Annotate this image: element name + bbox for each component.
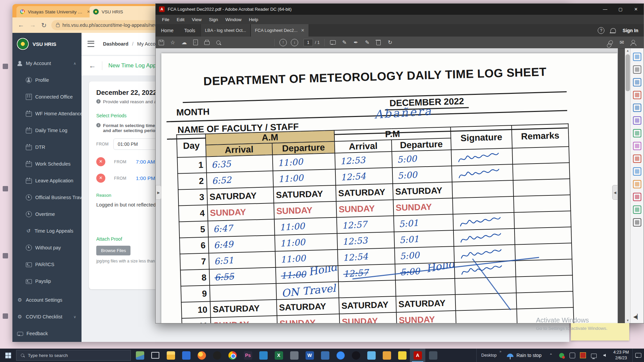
maximize-button[interactable]: ▢: [613, 4, 628, 15]
ime-tray-icon[interactable]: [569, 352, 575, 358]
taskbar-clock[interactable]: 4:23 PM 2/6/23: [610, 350, 632, 361]
period-time-value[interactable]: 1:00 PM: [136, 175, 155, 181]
scrollbar-thumb[interactable]: [626, 54, 630, 91]
hamburger-menu-icon[interactable]: [88, 41, 94, 47]
document-scrollbar[interactable]: ▲ ▼: [625, 48, 631, 323]
taskbar-app-notes-gray-icon[interactable]: [286, 349, 302, 362]
refresh-icon[interactable]: ↻: [384, 38, 396, 47]
star-icon[interactable]: ☆: [167, 38, 178, 47]
show-left-panel-handle[interactable]: ▶: [156, 185, 161, 200]
volume-tray-icon[interactable]: [601, 352, 607, 358]
taskbar-app-photos-app-icon[interactable]: [364, 349, 379, 362]
sign-in-button[interactable]: Sign In: [623, 28, 638, 33]
taskbar-app-snipping-icon[interactable]: [425, 349, 441, 362]
toolbar-expand-icon[interactable]: »: [499, 350, 501, 353]
back-arrow-icon[interactable]: ←: [89, 62, 96, 70]
document-tab[interactable]: FCA Logsheet Dec2...✕: [251, 24, 309, 37]
sidebar-item-connected-office[interactable]: Connected Office: [12, 88, 82, 105]
profile-icon[interactable]: [628, 38, 639, 47]
menu-sign[interactable]: Sign: [205, 17, 222, 22]
sidebar-item-my-account[interactable]: My Account∧: [12, 55, 82, 72]
url-bar[interactable]: hris.vsu.edu.ph/account/time-log-appeals…: [51, 20, 170, 30]
save-icon[interactable]: [156, 38, 167, 47]
link-icon[interactable]: [605, 38, 616, 47]
sidebar-item-covid-checklist[interactable]: ⚙COVID Checklist∨: [12, 308, 82, 325]
taskbar-app-chrome-icon[interactable]: [225, 349, 240, 362]
page-display-icon[interactable]: [633, 65, 641, 74]
period-time-value[interactable]: 7:00 AM: [136, 159, 155, 165]
desktop-icon-fragment[interactable]: [3, 186, 8, 191]
comment-icon[interactable]: [633, 104, 641, 112]
antivirus-tray-icon[interactable]: [558, 352, 565, 358]
menu-edit[interactable]: Edit: [173, 17, 188, 22]
browser-tab-vsu-hris[interactable]: VSU HRIS: [90, 6, 160, 17]
browser-tab-mail[interactable]: M Visayas State University Mail ✕: [16, 6, 94, 17]
taskbar-app-camera-app-icon[interactable]: [256, 349, 271, 362]
sidebar-item-without-pay[interactable]: Without pay: [12, 239, 82, 256]
taskbar-app-settings-app-icon[interactable]: [317, 349, 333, 362]
expand-tools-pane-icon[interactable]: ◀▏: [633, 314, 641, 320]
tab-close-icon[interactable]: ✕: [301, 28, 305, 33]
share-icon[interactable]: [633, 116, 641, 125]
copy-icon[interactable]: [633, 205, 641, 214]
sidebar-item-work-schedules[interactable]: Work Schedules: [12, 156, 82, 172]
desktop-icon-fragment[interactable]: [3, 64, 8, 69]
request-sign-icon[interactable]: [633, 193, 641, 201]
show-right-panel-handle[interactable]: ◀: [612, 185, 618, 200]
tray-chevron-up-icon[interactable]: ⌃: [548, 352, 554, 358]
taskbar-app-firefox-icon[interactable]: [194, 349, 209, 362]
from-time-input[interactable]: 01:00 PM: [113, 138, 158, 150]
trash-icon[interactable]: [373, 38, 384, 47]
document-tab[interactable]: LBA - log sheet Oct...: [201, 24, 251, 37]
sidebar-item-time-log-appeals[interactable]: ↺Time Log Appeals: [12, 223, 82, 239]
taskbar-app-excel-icon[interactable]: X: [271, 349, 286, 362]
taskbar-search-input[interactable]: Type here to search: [16, 350, 131, 361]
taskbar-desktop-toolbar[interactable]: Desktop »: [476, 349, 503, 362]
taskbar-app-task-view-icon[interactable]: [148, 349, 163, 362]
scroll-up-icon[interactable]: ▲: [625, 48, 631, 53]
sidebar-item-wf-home-attendance[interactable]: WF Home Attendance: [12, 105, 82, 122]
cloud-upload-icon[interactable]: ☁: [178, 38, 190, 47]
start-button[interactable]: [0, 349, 16, 362]
remove-period-button[interactable]: ✕: [96, 157, 105, 166]
taskbar-app-word-icon[interactable]: W: [302, 349, 317, 362]
taskbar-app-messenger-icon[interactable]: [333, 349, 348, 362]
gpu-tray-icon[interactable]: [580, 352, 586, 358]
sidebar-item-account-settings[interactable]: ⚙Account Settings: [12, 292, 82, 308]
stamp-icon[interactable]: ✎: [362, 38, 373, 47]
forward-icon[interactable]: →: [30, 21, 36, 29]
sidebar-item-par-ics[interactable]: PAR/ICS: [12, 256, 82, 273]
taskbar-app-mail-app-icon[interactable]: [178, 349, 194, 362]
sidebar-item-feedback[interactable]: Feedback: [12, 325, 82, 342]
combine-files-icon[interactable]: [633, 129, 641, 137]
sidebar-item-overtime[interactable]: Overtime: [12, 206, 82, 223]
taskbar-app-music-app-icon[interactable]: [209, 349, 225, 362]
edit-pdf-icon[interactable]: [633, 142, 641, 150]
export-page-icon[interactable]: [190, 38, 201, 47]
scroll-down-icon[interactable]: ▼: [625, 318, 631, 323]
notifications-bell-icon[interactable]: [610, 28, 616, 33]
mail-icon[interactable]: ✉: [616, 38, 628, 47]
export-pdf-icon[interactable]: [633, 91, 641, 99]
zoom-search-icon[interactable]: [633, 53, 641, 61]
print-icon[interactable]: [201, 38, 213, 47]
fill-sign-icon[interactable]: [633, 155, 641, 163]
help-icon[interactable]: ?: [598, 27, 604, 34]
sidebar-item-daily-time-log[interactable]: Daily Time Log: [12, 122, 82, 139]
weather-widget[interactable]: Rain to stop: [503, 353, 546, 358]
taskbar-app-obs-icon[interactable]: [348, 349, 364, 362]
menu-view[interactable]: View: [188, 17, 205, 22]
breadcrumb-dashboard[interactable]: Dashboard: [103, 41, 128, 47]
sidebar-item-profile[interactable]: Profile: [12, 72, 82, 88]
taskbar-app-sticky-notes-icon[interactable]: [394, 349, 410, 362]
more-tools-icon[interactable]: [633, 167, 641, 176]
taskbar-app-acrobat-icon[interactable]: A: [410, 349, 425, 362]
taskbar-app-folder-icon[interactable]: [379, 349, 394, 362]
tab-home[interactable]: Home: [156, 24, 179, 37]
back-icon[interactable]: ←: [18, 21, 24, 29]
create-pdf-icon[interactable]: [633, 180, 641, 188]
menu-help[interactable]: Help: [245, 17, 262, 22]
desktop-icon-fragment[interactable]: [3, 253, 8, 258]
close-button[interactable]: ✕: [628, 4, 644, 15]
network-tray-icon[interactable]: [591, 352, 597, 358]
